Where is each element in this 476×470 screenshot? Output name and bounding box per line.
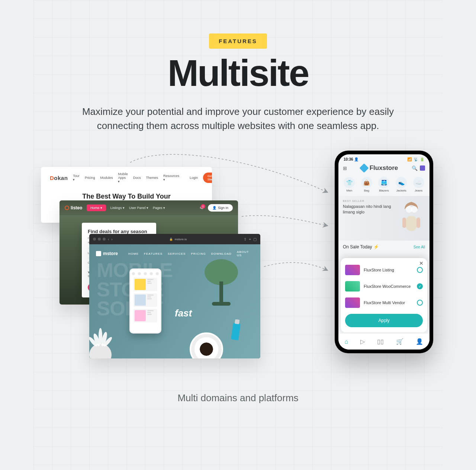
category-label: Blazers xyxy=(376,189,392,192)
listeo-nav-item[interactable]: Listings ▾ xyxy=(110,206,125,210)
listeo-nav-item[interactable]: User Panel ▾ xyxy=(129,206,148,210)
diamond-icon xyxy=(359,164,369,173)
search-icon[interactable]: 🔍 xyxy=(412,165,418,171)
listeo-home-pill[interactable]: Home ▾ xyxy=(87,205,106,211)
dokan-nav-item[interactable]: Pricing xyxy=(85,176,95,180)
signal-icon: 📶 xyxy=(407,157,412,161)
banner-title: Nalagpasan nito hindi lang limang siglo xyxy=(343,204,391,215)
wifi-icon: 📡 xyxy=(414,157,418,161)
close-icon[interactable]: ✕ xyxy=(419,260,424,266)
option-thumb xyxy=(345,281,360,292)
coffee-illustration xyxy=(190,332,223,358)
mstore-fast-text: fast xyxy=(175,308,192,319)
phone-device: 10:36 👤 📶📡🔋 ⊞ Fluxstore 🔍 👕Men👜Bag🩳Blaze… xyxy=(335,151,433,353)
book-icon[interactable]: ▯▯ xyxy=(377,338,384,345)
site-option[interactable]: FluxStore Listing xyxy=(345,262,423,278)
back-icon[interactable]: ‹ xyxy=(108,237,109,241)
dokan-nav-item[interactable]: Tour ▾ xyxy=(73,174,80,181)
status-time: 10:36 👤 xyxy=(344,157,358,161)
option-thumb xyxy=(345,297,360,308)
browser-chrome: ‹ › 🔒mstore.io ⇪ + ▢ xyxy=(89,234,260,244)
user-icon: 👤 xyxy=(354,157,358,161)
dokan-nav-item[interactable]: Themes xyxy=(146,176,158,180)
battery-icon: 🔋 xyxy=(420,157,424,161)
mstore-phone-illustration xyxy=(129,268,161,334)
page: FEATURES Multisite Maximize your potenti… xyxy=(33,0,443,470)
app-bar: ⊞ Fluxstore 🔍 xyxy=(338,163,430,174)
profile-icon[interactable]: 👤 xyxy=(416,338,423,345)
user-icon: 👤 xyxy=(212,206,216,210)
category-item[interactable]: 🩳Blazers xyxy=(376,177,392,192)
plus-icon[interactable]: + xyxy=(249,237,251,241)
forward-icon[interactable]: › xyxy=(111,237,112,241)
status-bar: 10:36 👤 📶📡🔋 xyxy=(338,154,430,163)
category-icon: 👕 xyxy=(344,177,355,188)
play-icon[interactable]: ▷ xyxy=(360,338,365,345)
tabs-icon[interactable]: ▢ xyxy=(253,237,257,241)
svg-rect-14 xyxy=(416,218,420,228)
hero-banner[interactable]: BEST SELLER Nalagpasan nito hindi lang l… xyxy=(338,196,430,241)
banner-illustration xyxy=(396,199,427,236)
radio-icon[interactable] xyxy=(417,300,423,306)
dokan-cta-button[interactable]: Get Started xyxy=(203,173,212,183)
page-description: Maximize your potential and improve your… xyxy=(76,105,400,133)
website-mstore: ‹ › 🔒mstore.io ⇪ + ▢ mstore HOME FEATURE… xyxy=(89,234,260,358)
share-icon[interactable]: ⇪ xyxy=(244,237,247,241)
svg-point-11 xyxy=(411,206,418,213)
radio-icon[interactable] xyxy=(417,267,423,273)
dokan-nav-item[interactable]: Docs xyxy=(133,176,141,180)
site-option[interactable]: FluxStore WooCommerce xyxy=(345,278,423,294)
dokan-nav-item[interactable]: Modules xyxy=(100,176,113,180)
option-name: FluxStore Multi Vendor xyxy=(364,300,413,305)
mstore-nav-item[interactable]: PRICING xyxy=(191,252,206,255)
home-icon[interactable]: ⌂ xyxy=(345,338,348,345)
svg-rect-13 xyxy=(402,218,406,228)
cart-icon[interactable]: 🛒 xyxy=(396,338,403,345)
dokan-logo: Dokan xyxy=(50,175,68,181)
dokan-nav-item[interactable]: Resources ▾ xyxy=(163,174,179,181)
option-name: FluxStore Listing xyxy=(364,268,413,272)
radio-icon[interactable] xyxy=(417,283,423,289)
listeo-cart-icon[interactable]: 🛍0 xyxy=(200,206,203,210)
url-bar[interactable]: 🔒mstore.io xyxy=(115,238,241,241)
listeo-topbar: listeo Home ▾ Listings ▾ User Panel ▾ Pa… xyxy=(60,200,238,215)
plant-illustration xyxy=(89,321,123,358)
page-title: Multisite xyxy=(33,52,443,94)
mstore-logo: mstore xyxy=(96,251,118,256)
app-brand: Fluxstore xyxy=(349,164,409,172)
category-item[interactable]: 👕Men xyxy=(341,177,357,192)
mstore-body: mstore HOME FEATURES SERVICES PRICING DO… xyxy=(89,244,260,358)
listeo-nav-item[interactable]: Pages ▾ xyxy=(153,206,165,210)
listeo-panel-title: Find deals for any season xyxy=(88,229,150,234)
usb-illustration xyxy=(231,323,241,340)
category-item[interactable]: 👟Jackets xyxy=(393,177,409,192)
menu-icon[interactable]: ⊞ xyxy=(343,165,347,171)
category-icon: 🩳 xyxy=(378,177,389,188)
mstore-nav-item[interactable]: DOWNLOAD xyxy=(211,252,232,255)
features-badge: FEATURES xyxy=(209,33,267,49)
option-name: FluxStore WooCommerce xyxy=(364,284,413,289)
lock-icon: 🔒 xyxy=(169,238,173,241)
dokan-nav-item[interactable]: Mobile Apps ▾ xyxy=(118,172,128,183)
category-icon: 👟 xyxy=(396,177,407,188)
category-label: Jeans xyxy=(411,189,427,192)
site-selector-sheet: ✕ FluxStore ListingFluxStore WooCommerce… xyxy=(341,258,427,332)
tab-bar: ⌂ ▷ ▯▯ 🛒 👤 xyxy=(338,333,430,350)
category-label: Bag xyxy=(359,189,375,192)
dokan-login-link[interactable]: Login xyxy=(190,176,198,180)
mstore-nav-item[interactable]: HOME xyxy=(128,252,139,255)
see-all-link[interactable]: See All xyxy=(414,245,425,249)
svg-rect-12 xyxy=(406,216,416,231)
listeo-signin-button[interactable]: 👤Sign In xyxy=(208,204,233,212)
listeo-logo: listeo xyxy=(65,205,82,210)
mstore-nav-item[interactable]: FEATURES xyxy=(144,252,163,255)
avatar-icon[interactable] xyxy=(420,165,425,171)
site-option[interactable]: FluxStore Multi Vendor xyxy=(345,294,423,311)
sale-row: On Sale Today ⚡ See All xyxy=(338,241,430,251)
category-item[interactable]: ☁️Jeans xyxy=(411,177,427,192)
dokan-nav: Dokan Tour ▾ Pricing Modules Mobile Apps… xyxy=(50,172,203,183)
svg-point-6 xyxy=(99,328,102,344)
mstore-nav-item[interactable]: SERVICES xyxy=(168,252,186,255)
apply-button[interactable]: Apply xyxy=(345,314,423,327)
category-item[interactable]: 👜Bag xyxy=(359,177,375,192)
